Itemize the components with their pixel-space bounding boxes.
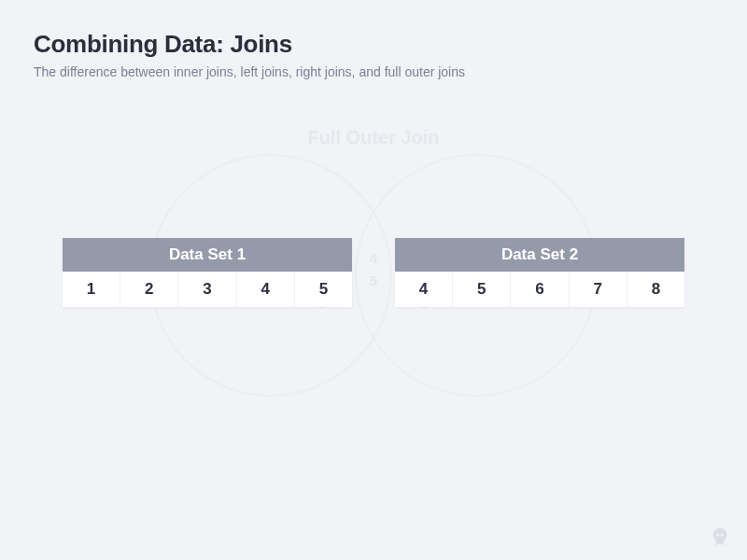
- data-cell: 1: [63, 272, 120, 307]
- data-cell: 5: [295, 272, 352, 307]
- watermark-icon: [710, 526, 730, 547]
- venn-title: Full Outer Join: [0, 127, 747, 148]
- data-set-1-row: 1 2 3 4 5: [63, 272, 352, 307]
- data-cell: 5: [453, 272, 511, 307]
- data-cell: 4: [237, 272, 295, 307]
- diagram-area: Full Outer Join 1 2 3 4 5 6 7 8 Data Set…: [0, 112, 747, 560]
- data-cell: 6: [511, 272, 569, 307]
- svg-point-0: [717, 534, 719, 536]
- data-cell: 8: [627, 272, 684, 307]
- data-set-2-header: Data Set 2: [395, 238, 684, 272]
- data-set-2-row: 4 5 6 7 8: [395, 272, 684, 307]
- header: Combining Data: Joins The difference bet…: [0, 0, 747, 79]
- page-title: Combining Data: Joins: [34, 30, 713, 59]
- data-cell: 4: [395, 272, 453, 307]
- data-tables: Data Set 1 1 2 3 4 5 Data Set 2 4 5 6 7 …: [0, 238, 747, 307]
- data-set-2: Data Set 2 4 5 6 7 8: [395, 238, 684, 307]
- data-set-1: Data Set 1 1 2 3 4 5: [63, 238, 352, 307]
- page-subtitle: The difference between inner joins, left…: [34, 64, 713, 79]
- data-cell: 7: [570, 272, 627, 307]
- data-set-1-header: Data Set 1: [63, 238, 352, 272]
- svg-point-1: [721, 534, 723, 536]
- data-cell: 2: [120, 272, 178, 307]
- data-cell: 3: [178, 272, 236, 307]
